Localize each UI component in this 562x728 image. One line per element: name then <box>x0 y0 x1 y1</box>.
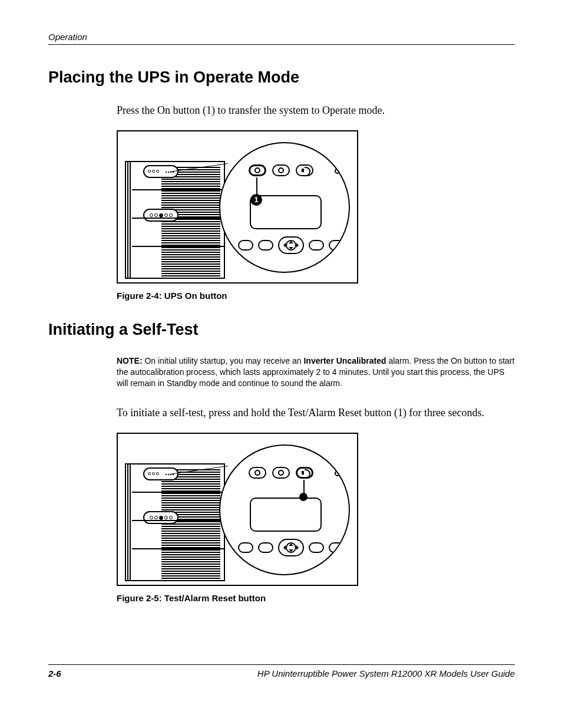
figure-2-5 <box>117 433 358 586</box>
test-alarm-button-icon <box>296 164 313 176</box>
enter-button-icon <box>329 542 344 553</box>
footer-rule <box>48 664 515 665</box>
header-rule <box>48 44 515 45</box>
on-button-icon <box>249 164 266 176</box>
running-head: Operation <box>48 32 515 42</box>
footer: 2-6 HP Uninterruptible Power System R120… <box>48 664 515 678</box>
standby-button-icon <box>272 164 290 176</box>
footer-doc-title: HP Uninterruptible Power System R12000 X… <box>257 668 515 678</box>
figure-2-4-caption: Figure 2-4: UPS On button <box>117 291 515 301</box>
heading-self-test: Initiating a Self-Test <box>48 321 515 339</box>
detail-circle-2 <box>219 444 350 575</box>
note-block: NOTE: On initial utility startup, you ma… <box>117 355 515 389</box>
detail-circle: 1 <box>219 142 350 273</box>
note-bold: Inverter Uncalibrated <box>303 356 386 365</box>
body-self-test: To initiate a self-test, press and hold … <box>117 406 515 420</box>
heading-operate-mode: Placing the UPS in Operate Mode <box>48 68 515 87</box>
note-text-pre: On initial utility startup, you may rece… <box>143 356 304 365</box>
standby-button-icon <box>272 467 290 479</box>
footer-page-number: 2-6 <box>48 668 61 678</box>
nav-right-icon <box>309 542 324 553</box>
enter-button-icon <box>329 240 344 251</box>
on-button-icon <box>249 467 266 479</box>
esc-button-icon <box>238 240 253 251</box>
nav-left-icon <box>258 240 273 251</box>
lcd-icon <box>250 498 322 532</box>
nav-right-icon <box>309 240 324 251</box>
figure-2-4: 1 <box>117 130 358 284</box>
esc-button-icon <box>238 542 253 553</box>
body-operate-mode: Press the On button (1) to transfer the … <box>117 103 515 117</box>
test-alarm-button-icon <box>296 467 313 479</box>
dpad-icon <box>278 236 304 254</box>
note-label: NOTE: <box>117 356 143 365</box>
nav-left-icon <box>258 542 273 553</box>
dpad-icon <box>278 539 304 556</box>
rack-illustration <box>125 161 225 279</box>
rack-illustration-2 <box>125 463 225 581</box>
figure-2-5-caption: Figure 2-5: Test/Alarm Reset button <box>117 593 515 603</box>
